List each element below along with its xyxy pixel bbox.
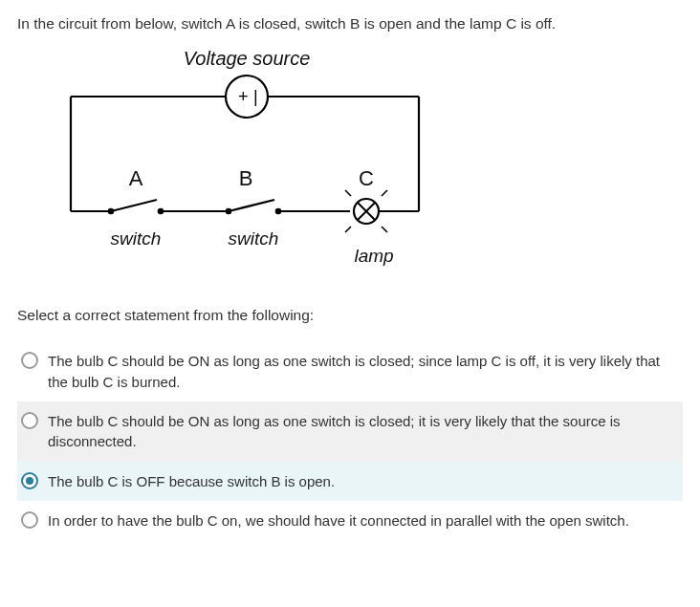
switch-a-label: switch bbox=[111, 228, 162, 249]
select-prompt: Select a correct statement from the foll… bbox=[17, 307, 683, 324]
options-group: The bulb C should be ON as long as one s… bbox=[17, 341, 683, 540]
voltage-source-label: Voltage source bbox=[184, 48, 311, 69]
label-b: B bbox=[239, 166, 253, 190]
option-1[interactable]: The bulb C should be ON as long as one s… bbox=[17, 341, 683, 401]
svg-line-4 bbox=[382, 190, 387, 196]
circuit-diagram: Voltage source + | bbox=[17, 44, 683, 286]
voltage-minus: | bbox=[253, 87, 258, 106]
svg-line-5 bbox=[345, 227, 351, 232]
radio-icon bbox=[21, 412, 38, 429]
svg-line-3 bbox=[345, 190, 351, 196]
switch-a-arm bbox=[111, 200, 157, 211]
radio-icon bbox=[21, 472, 38, 489]
label-a: A bbox=[129, 166, 143, 190]
option-2[interactable]: The bulb C should be ON as long as one s… bbox=[17, 401, 683, 462]
lamp-label: lamp bbox=[354, 246, 393, 266]
svg-line-6 bbox=[382, 227, 387, 232]
option-text: In order to have the bulb C on, we shoul… bbox=[48, 510, 675, 531]
label-c: C bbox=[359, 166, 374, 190]
switch-b-arm bbox=[229, 200, 274, 211]
option-3[interactable]: The bulb C is OFF because switch B is op… bbox=[17, 462, 683, 501]
switch-b-label: switch bbox=[229, 228, 279, 249]
radio-icon bbox=[21, 352, 38, 369]
radio-icon bbox=[21, 511, 38, 529]
voltage-plus: + bbox=[238, 87, 249, 106]
option-text: The bulb C is OFF because switch B is op… bbox=[48, 471, 675, 491]
option-text: The bulb C should be ON as long as one s… bbox=[48, 411, 675, 452]
option-4[interactable]: In order to have the bulb C on, we shoul… bbox=[17, 501, 683, 540]
option-text: The bulb C should be ON as long as one s… bbox=[48, 351, 675, 392]
question-text: In the circuit from below, switch A is c… bbox=[17, 13, 683, 34]
